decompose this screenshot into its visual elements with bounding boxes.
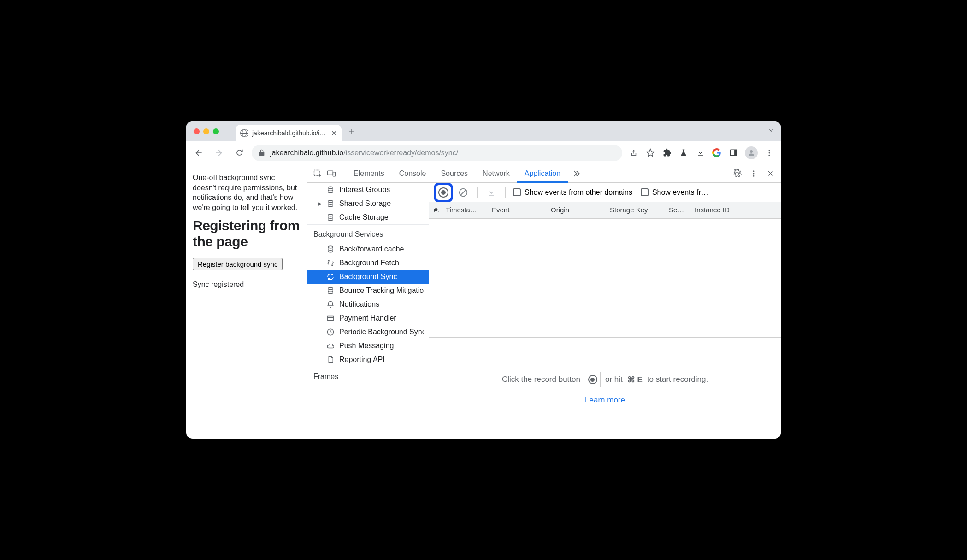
register-sync-button[interactable]: Register background sync	[193, 258, 283, 270]
svg-rect-7	[328, 171, 333, 175]
address-bar[interactable]: jakearchibald.github.io/isserviceworkerr…	[252, 145, 622, 161]
svg-point-11	[753, 175, 755, 176]
sidebar-item-cache-storage[interactable]: Cache Storage	[307, 210, 429, 224]
google-g-icon[interactable]	[712, 148, 722, 158]
settings-gear-icon[interactable]	[730, 167, 744, 181]
bookmark-star-icon[interactable]	[645, 148, 655, 158]
sidebar-item-bounce-tracking[interactable]: Bounce Tracking Mitigations	[307, 284, 429, 298]
sidebar-item-shared-storage[interactable]: ▶ Shared Storage	[307, 197, 429, 210]
share-icon[interactable]	[629, 148, 639, 158]
more-tabs-icon[interactable]	[570, 167, 584, 181]
bell-icon	[326, 300, 335, 309]
database-icon	[326, 245, 335, 253]
clear-icon[interactable]	[457, 186, 470, 199]
file-icon	[326, 356, 335, 364]
fetch-icon	[326, 259, 335, 267]
sidebar-item-bf-cache[interactable]: Back/forward cache	[307, 242, 429, 256]
fullscreen-window-button[interactable]	[213, 128, 219, 134]
sidebar-item-payment-handler[interactable]: Payment Handler	[307, 311, 429, 325]
tabs-dropdown-button[interactable]	[767, 126, 775, 136]
tab-sources[interactable]: Sources	[433, 164, 475, 183]
close-devtools-icon[interactable]	[763, 167, 777, 181]
tab-elements[interactable]: Elements	[346, 164, 392, 183]
svg-point-9	[753, 170, 755, 172]
sidebar-item-notifications[interactable]: Notifications	[307, 298, 429, 311]
back-button[interactable]	[191, 145, 206, 161]
window-controls	[194, 128, 219, 134]
sidebar-item-push-messaging[interactable]: Push Messaging	[307, 339, 429, 353]
svg-point-15	[328, 246, 333, 248]
svg-point-14	[328, 214, 333, 216]
devtools-menu-icon[interactable]	[747, 167, 761, 181]
minimize-window-button[interactable]	[203, 128, 209, 134]
side-panel-icon[interactable]	[728, 148, 738, 158]
svg-rect-1	[734, 150, 737, 156]
kebab-menu-icon[interactable]	[764, 148, 774, 158]
tab-network[interactable]: Network	[475, 164, 517, 183]
page-heading: Registering from the page	[193, 218, 300, 250]
profile-avatar[interactable]	[745, 146, 758, 159]
lock-icon	[258, 149, 265, 157]
col-number[interactable]: #	[429, 202, 441, 218]
col-se[interactable]: Se…	[664, 202, 690, 218]
record-button[interactable]	[434, 183, 453, 202]
learn-more-link[interactable]: Learn more	[585, 396, 625, 405]
sidebar-item-periodic-sync[interactable]: Periodic Background Sync	[307, 325, 429, 339]
empty-state: Click the record button or hit ⌘ E to st…	[429, 338, 781, 439]
inspect-element-icon[interactable]	[311, 167, 324, 181]
database-icon	[326, 286, 335, 295]
tab-title: jakearchibald.github.io/isservic	[252, 129, 327, 137]
col-event[interactable]: Event	[487, 202, 546, 218]
webpage-content: One-off background sync doesn't require …	[186, 164, 307, 439]
sidebar-item-background-sync[interactable]: Background Sync	[307, 270, 429, 284]
empty-text-a: Click the record button	[502, 375, 580, 384]
svg-line-21	[461, 190, 466, 195]
sidebar-heading-bg-services: Background Services	[307, 224, 429, 242]
sidebar-item-reporting-api[interactable]: Reporting API	[307, 353, 429, 367]
devtools-main: Show events from other domains Show even…	[429, 183, 781, 439]
globe-icon	[240, 129, 248, 137]
tab-strip: jakearchibald.github.io/isservic ✕ ＋	[186, 121, 781, 141]
application-sidebar: Interest Groups ▶ Shared Storage Cache S…	[307, 183, 429, 439]
close-tab-icon[interactable]: ✕	[331, 129, 337, 138]
save-icon[interactable]	[485, 186, 498, 199]
bg-sync-toolbar: Show events from other domains Show even…	[429, 183, 781, 202]
shortcut-text: ⌘ E	[627, 375, 643, 385]
forward-button[interactable]	[211, 145, 227, 161]
content-area: One-off background sync doesn't require …	[186, 164, 781, 439]
empty-text-c: to start recording.	[647, 375, 708, 384]
reload-button[interactable]	[231, 145, 247, 161]
show-other-domains-checkbox[interactable]: Show events from other domains	[513, 188, 632, 197]
svg-point-10	[753, 173, 755, 174]
events-table-header: # Timesta… Event Origin Storage Key Se… …	[429, 202, 781, 219]
database-icon	[326, 213, 335, 222]
extensions-puzzle-icon[interactable]	[662, 148, 672, 158]
expand-arrow-icon: ▶	[318, 201, 322, 207]
device-toolbar-icon[interactable]	[324, 167, 338, 181]
col-storage-key[interactable]: Storage Key	[605, 202, 664, 218]
browser-toolbar: jakearchibald.github.io/isserviceworkerr…	[186, 141, 781, 164]
flask-icon[interactable]	[678, 148, 689, 158]
tab-application[interactable]: Application	[517, 164, 568, 183]
col-instance-id[interactable]: Instance ID	[690, 202, 781, 218]
toolbar-actions	[627, 146, 776, 159]
svg-point-12	[328, 187, 333, 189]
record-hint-icon	[585, 372, 601, 387]
sidebar-item-background-fetch[interactable]: Background Fetch	[307, 256, 429, 270]
svg-point-3	[769, 150, 770, 151]
show-events-checkbox[interactable]: Show events fr…	[641, 188, 708, 197]
sync-icon	[326, 273, 335, 281]
col-origin[interactable]: Origin	[546, 202, 605, 218]
url-text: jakearchibald.github.io/isserviceworkerr…	[270, 149, 458, 157]
svg-point-5	[769, 154, 770, 156]
database-icon	[326, 186, 335, 194]
sidebar-heading-frames: Frames	[307, 367, 429, 385]
download-icon[interactable]	[695, 148, 705, 158]
sidebar-item-interest-groups[interactable]: Interest Groups	[307, 183, 429, 197]
close-window-button[interactable]	[194, 128, 200, 134]
col-timestamp[interactable]: Timesta…	[441, 202, 487, 218]
tab-console[interactable]: Console	[392, 164, 434, 183]
new-tab-button[interactable]: ＋	[345, 125, 358, 138]
browser-tab[interactable]: jakearchibald.github.io/isservic ✕	[236, 125, 342, 141]
events-table-body	[429, 219, 781, 338]
